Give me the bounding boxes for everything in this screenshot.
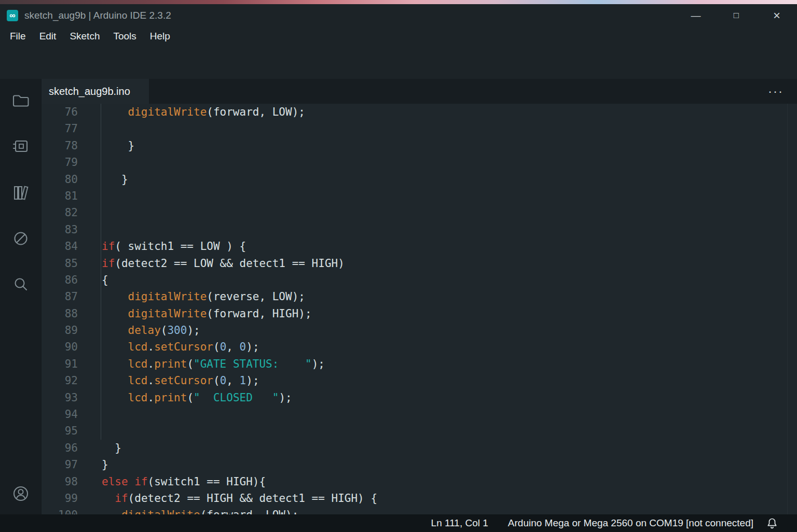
sidebar-item-account[interactable]	[10, 483, 31, 504]
close-button[interactable]: ×	[757, 4, 797, 27]
arduino-ide-window: ∞ sketch_aug9b | Arduino IDE 2.3.2 — □ ×…	[0, 0, 797, 532]
code-text: digitalWrite(forward, LOW);	[102, 507, 298, 514]
line-number: 76	[42, 104, 78, 120]
code-line: 99 if(detect2 == HIGH && detect1 == HIGH…	[42, 490, 797, 507]
code-line: 85if(detect2 == LOW && detect1 == HIGH)	[42, 255, 797, 272]
code-line: 79	[42, 154, 797, 171]
scrollbar-track[interactable]	[787, 104, 788, 514]
code-text: }	[102, 456, 108, 473]
code-text: digitalWrite(reverse, LOW);	[102, 288, 305, 305]
code-line: 83	[42, 221, 797, 238]
code-line: 94	[42, 406, 797, 423]
code-editor[interactable]: 76 digitalWrite(forward, LOW);7778 }7980…	[42, 104, 797, 514]
line-number: 83	[42, 221, 78, 238]
status-bar: Ln 111, Col 1 Arduino Mega or Mega 2560 …	[0, 514, 797, 532]
line-number: 84	[42, 238, 78, 255]
line-number: 85	[42, 255, 78, 272]
tab-sketch-aug9b[interactable]: sketch_aug9b.ino	[42, 79, 149, 104]
line-number: 95	[42, 423, 78, 439]
code-text: }	[102, 440, 121, 456]
code-line: 76 digitalWrite(forward, LOW);	[42, 104, 797, 120]
debug-disabled-icon	[12, 230, 30, 247]
code-text: lcd.setCursor(0, 0);	[102, 339, 259, 355]
code-text: {	[102, 272, 108, 288]
line-number: 89	[42, 322, 78, 339]
code-text: lcd.print(" CLOSED ");	[102, 389, 292, 406]
code-line: 92 lcd.setCursor(0, 1);	[42, 372, 797, 389]
cursor-position[interactable]: Ln 111, Col 1	[431, 517, 488, 529]
code-text: if( switch1 == LOW ) {	[102, 238, 246, 255]
line-number: 99	[42, 490, 78, 507]
code-line: 80 }	[42, 171, 797, 188]
window-title: sketch_aug9b | Arduino IDE 2.3.2	[24, 10, 171, 21]
menu-help[interactable]: Help	[143, 31, 177, 42]
editor-tab-bar: sketch_aug9b.ino ···	[42, 79, 797, 104]
sidebar-item-sketchbook[interactable]	[10, 90, 31, 111]
code-text: }	[102, 171, 128, 188]
line-number: 96	[42, 440, 78, 456]
bell-icon	[767, 517, 777, 529]
code-line: 78 }	[42, 137, 797, 154]
line-number: 97	[42, 456, 78, 473]
menu-sketch[interactable]: Sketch	[63, 31, 106, 42]
line-number: 77	[42, 120, 78, 137]
line-number: 98	[42, 473, 78, 490]
sidebar-item-debug[interactable]	[10, 228, 31, 249]
code-line: 82	[42, 204, 797, 221]
sidebar-item-boards-manager[interactable]	[10, 136, 31, 157]
line-number: 87	[42, 288, 78, 305]
menu-tools[interactable]: Tools	[106, 31, 143, 42]
activity-sidebar	[0, 79, 42, 514]
code-text: if(detect2 == HIGH && detect1 == HIGH) {	[102, 490, 377, 507]
code-text: digitalWrite(forward, HIGH);	[102, 305, 312, 322]
line-number: 82	[42, 204, 78, 221]
line-number: 81	[42, 188, 78, 204]
code-line: 90 lcd.setCursor(0, 0);	[42, 339, 797, 355]
code-text: delay(300);	[102, 322, 200, 339]
code-text: lcd.print("GATE STATUS: ");	[102, 356, 325, 372]
code-line: 96 }	[42, 440, 797, 456]
indent-guide	[101, 104, 101, 440]
code-text: }	[102, 137, 134, 154]
code-line: 95	[42, 423, 797, 439]
tab-label: sketch_aug9b.ino	[49, 86, 130, 97]
code-line: 98else if(switch1 == HIGH){	[42, 473, 797, 490]
window-controls: — □ ×	[676, 4, 797, 27]
maximize-button[interactable]: □	[716, 4, 757, 27]
line-number: 86	[42, 272, 78, 288]
sidebar-item-library-manager[interactable]	[10, 183, 31, 203]
line-number: 79	[42, 154, 78, 171]
code-line: 100 digitalWrite(forward, LOW);	[42, 507, 797, 514]
code-line: 77	[42, 120, 797, 137]
code-text: digitalWrite(forward, LOW);	[102, 104, 305, 120]
line-number: 90	[42, 339, 78, 355]
code-line: 97}	[42, 456, 797, 473]
code-text: else if(switch1 == HIGH){	[102, 473, 266, 490]
menu-edit[interactable]: Edit	[33, 31, 63, 42]
line-number: 94	[42, 406, 78, 423]
search-icon	[12, 275, 30, 293]
library-manager-icon	[12, 184, 30, 202]
minimize-button[interactable]: —	[676, 4, 716, 27]
account-icon	[11, 484, 30, 503]
line-number: 100	[42, 507, 78, 514]
board-connection-status[interactable]: Arduino Mega or Mega 2560 on COM19 [not …	[508, 517, 753, 529]
code-text: if(detect2 == LOW && detect1 == HIGH)	[102, 255, 345, 272]
line-number: 91	[42, 356, 78, 372]
line-number: 88	[42, 305, 78, 322]
code-line: 86{	[42, 272, 797, 288]
code-text: lcd.setCursor(0, 1);	[102, 372, 259, 389]
line-number: 78	[42, 137, 78, 154]
notifications-button[interactable]	[767, 517, 777, 529]
code-line: 91 lcd.print("GATE STATUS: ");	[42, 356, 797, 372]
menu-bar: File Edit Sketch Tools Help	[0, 27, 797, 46]
tab-more-options-button[interactable]: ···	[768, 79, 784, 104]
sidebar-item-search[interactable]	[10, 274, 31, 295]
line-number: 93	[42, 389, 78, 406]
code-line: 81	[42, 188, 797, 204]
code-line: 87 digitalWrite(reverse, LOW);	[42, 288, 797, 305]
menu-file[interactable]: File	[3, 31, 33, 42]
sketchbook-folder-icon	[12, 92, 30, 109]
arduino-logo-icon: ∞	[7, 10, 18, 21]
desktop-wallpaper-strip	[0, 0, 797, 4]
